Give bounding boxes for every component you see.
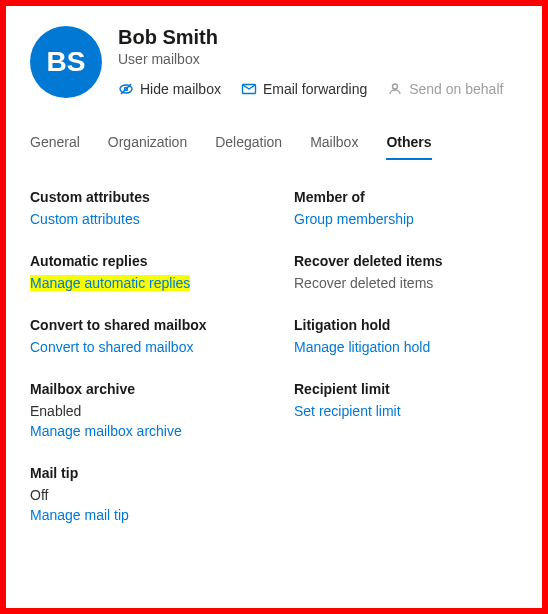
tab-others[interactable]: Others [386,126,431,160]
manage-mail-tip-link[interactable]: Manage mail tip [30,507,129,523]
custom-attributes-section: Custom attributes Custom attributes [30,189,254,227]
set-recipient-limit-link[interactable]: Set recipient limit [294,403,401,419]
recover-deleted-text: Recover deleted items [294,275,433,291]
custom-attributes-link[interactable]: Custom attributes [30,211,140,227]
header-actions: Hide mailbox Email forwarding Send on be… [118,81,518,97]
convert-shared-title: Convert to shared mailbox [30,317,254,333]
tab-mailbox[interactable]: Mailbox [310,126,358,160]
custom-attributes-title: Custom attributes [30,189,254,205]
tab-delegation[interactable]: Delegation [215,126,282,160]
right-column: Member of Group membership Recover delet… [294,189,518,549]
tab-general[interactable]: General [30,126,80,160]
mail-tip-section: Mail tip Off Manage mail tip [30,465,254,523]
manage-automatic-replies-link[interactable]: Manage automatic replies [30,275,190,291]
litigation-hold-title: Litigation hold [294,317,518,333]
litigation-hold-section: Litigation hold Manage litigation hold [294,317,518,355]
user-header: BS Bob Smith User mailbox Hide mailbox E… [30,26,518,98]
manage-mailbox-archive-link[interactable]: Manage mailbox archive [30,423,182,439]
hide-icon [118,81,134,97]
mail-icon [241,81,257,97]
mailbox-archive-title: Mailbox archive [30,381,254,397]
send-on-behalf-label: Send on behalf [409,81,503,97]
member-of-title: Member of [294,189,518,205]
user-info: Bob Smith User mailbox Hide mailbox Emai… [118,26,518,98]
content-columns: Custom attributes Custom attributes Auto… [30,189,518,549]
recipient-limit-section: Recipient limit Set recipient limit [294,381,518,419]
mail-tip-value: Off [30,487,254,503]
automatic-replies-title: Automatic replies [30,253,254,269]
left-column: Custom attributes Custom attributes Auto… [30,189,254,549]
email-forwarding-action[interactable]: Email forwarding [241,81,367,97]
hide-mailbox-label: Hide mailbox [140,81,221,97]
automatic-replies-section: Automatic replies Manage automatic repli… [30,253,254,291]
manage-litigation-hold-link[interactable]: Manage litigation hold [294,339,430,355]
group-membership-link[interactable]: Group membership [294,211,414,227]
hide-mailbox-action[interactable]: Hide mailbox [118,81,221,97]
mail-tip-title: Mail tip [30,465,254,481]
mailbox-archive-value: Enabled [30,403,254,419]
person-icon [387,81,403,97]
recipient-limit-title: Recipient limit [294,381,518,397]
email-forwarding-label: Email forwarding [263,81,367,97]
user-name: Bob Smith [118,26,518,49]
recover-deleted-section: Recover deleted items Recover deleted it… [294,253,518,291]
svg-point-4 [393,84,398,89]
recover-deleted-title: Recover deleted items [294,253,518,269]
send-on-behalf-action: Send on behalf [387,81,503,97]
convert-shared-section: Convert to shared mailbox Convert to sha… [30,317,254,355]
convert-shared-link[interactable]: Convert to shared mailbox [30,339,193,355]
mailbox-archive-section: Mailbox archive Enabled Manage mailbox a… [30,381,254,439]
member-of-section: Member of Group membership [294,189,518,227]
tab-organization[interactable]: Organization [108,126,187,160]
user-subtitle: User mailbox [118,51,518,67]
tab-bar: General Organization Delegation Mailbox … [30,126,518,161]
avatar: BS [30,26,102,98]
